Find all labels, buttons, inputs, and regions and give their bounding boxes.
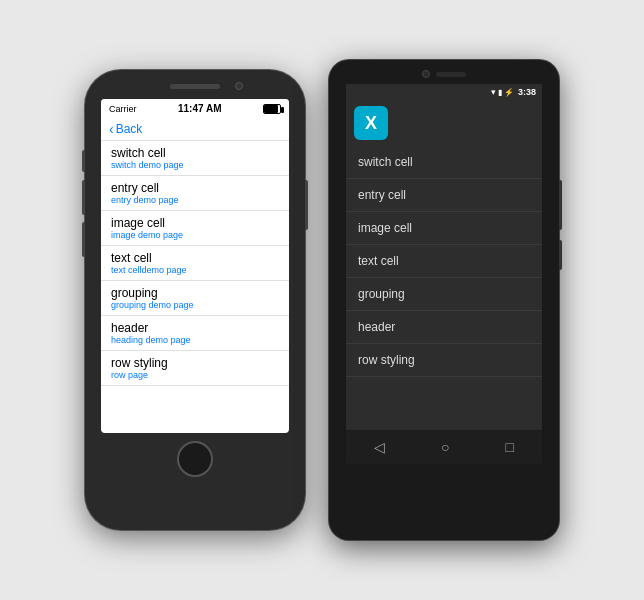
iphone-carrier: Carrier bbox=[109, 104, 137, 114]
iphone-back-button[interactable]: ‹ Back bbox=[109, 122, 142, 136]
item-title: grouping bbox=[358, 287, 530, 301]
iphone-screen: Carrier 11:47 AM ‹ Back switch cell swit… bbox=[101, 99, 289, 433]
iphone-battery-icon bbox=[263, 104, 281, 114]
list-item[interactable]: grouping bbox=[346, 278, 542, 311]
iphone-nav-bar: ‹ Back bbox=[101, 118, 289, 141]
item-title: header bbox=[358, 320, 530, 334]
android-speaker bbox=[436, 72, 466, 77]
android-screen: ▾ ▮ ⚡ 3:38 X switch cell entry cell bbox=[346, 84, 542, 464]
wifi-icon: ▾ bbox=[491, 87, 496, 97]
list-item[interactable]: text cell text celldemo page bbox=[101, 246, 289, 281]
item-title: header bbox=[111, 321, 279, 335]
android-home-button[interactable]: ○ bbox=[441, 439, 449, 455]
android-camera bbox=[422, 70, 430, 78]
item-title: switch cell bbox=[111, 146, 279, 160]
android-app-icon: X bbox=[354, 106, 388, 140]
iphone-mute-btn bbox=[82, 150, 85, 172]
android-nav-bar: ◁ ○ □ bbox=[346, 430, 542, 464]
iphone-status-bar: Carrier 11:47 AM bbox=[101, 99, 289, 118]
list-item[interactable]: switch cell switch demo page bbox=[101, 141, 289, 176]
item-title: switch cell bbox=[358, 155, 530, 169]
back-label: Back bbox=[116, 122, 143, 136]
list-item[interactable]: grouping grouping demo page bbox=[101, 281, 289, 316]
item-subtitle: text celldemo page bbox=[111, 265, 279, 275]
android-power-btn bbox=[559, 180, 562, 230]
item-title: grouping bbox=[111, 286, 279, 300]
devices-container: Carrier 11:47 AM ‹ Back switch cell swit… bbox=[65, 40, 579, 560]
android-recent-button[interactable]: □ bbox=[506, 439, 514, 455]
item-title: image cell bbox=[358, 221, 530, 235]
android-app-header: X bbox=[346, 100, 542, 146]
iphone-vol-down-btn bbox=[82, 222, 85, 257]
list-item[interactable]: entry cell bbox=[346, 179, 542, 212]
android-status-icons: ▾ ▮ ⚡ bbox=[491, 87, 514, 97]
signal-icon: ▮ bbox=[498, 88, 502, 97]
android-time: 3:38 bbox=[518, 87, 536, 97]
item-subtitle: image demo page bbox=[111, 230, 279, 240]
list-item[interactable]: switch cell bbox=[346, 146, 542, 179]
android-back-button[interactable]: ◁ bbox=[374, 439, 385, 455]
item-title: row styling bbox=[358, 353, 530, 367]
item-title: entry cell bbox=[111, 181, 279, 195]
item-title: entry cell bbox=[358, 188, 530, 202]
list-item[interactable]: image cell bbox=[346, 212, 542, 245]
charging-icon: ⚡ bbox=[504, 88, 514, 97]
item-subtitle: switch demo page bbox=[111, 160, 279, 170]
android-device: ▾ ▮ ⚡ 3:38 X switch cell entry cell bbox=[329, 60, 559, 540]
item-subtitle: heading demo page bbox=[111, 335, 279, 345]
android-vol-btn bbox=[559, 240, 562, 270]
iphone-list: switch cell switch demo page entry cell … bbox=[101, 141, 289, 433]
android-list: switch cell entry cell image cell text c… bbox=[346, 146, 542, 430]
item-title: image cell bbox=[111, 216, 279, 230]
list-item[interactable]: header heading demo page bbox=[101, 316, 289, 351]
iphone-power-btn bbox=[305, 180, 308, 230]
item-title: text cell bbox=[111, 251, 279, 265]
list-item[interactable]: entry cell entry demo page bbox=[101, 176, 289, 211]
item-subtitle: grouping demo page bbox=[111, 300, 279, 310]
item-title: row styling bbox=[111, 356, 279, 370]
iphone-time: 11:47 AM bbox=[178, 103, 222, 114]
android-status-bar: ▾ ▮ ⚡ 3:38 bbox=[346, 84, 542, 100]
item-subtitle: entry demo page bbox=[111, 195, 279, 205]
iphone-device: Carrier 11:47 AM ‹ Back switch cell swit… bbox=[85, 70, 305, 530]
list-item[interactable]: text cell bbox=[346, 245, 542, 278]
list-item[interactable]: row styling bbox=[346, 344, 542, 377]
iphone-home-button[interactable] bbox=[177, 441, 213, 477]
chevron-left-icon: ‹ bbox=[109, 122, 114, 136]
list-item[interactable]: row styling row page bbox=[101, 351, 289, 386]
item-subtitle: row page bbox=[111, 370, 279, 380]
list-item[interactable]: header bbox=[346, 311, 542, 344]
list-item[interactable]: image cell image demo page bbox=[101, 211, 289, 246]
item-title: text cell bbox=[358, 254, 530, 268]
iphone-vol-up-btn bbox=[82, 180, 85, 215]
app-icon-label: X bbox=[365, 113, 377, 134]
iphone-speaker bbox=[170, 84, 220, 89]
android-camera-area bbox=[329, 70, 559, 78]
iphone-camera bbox=[235, 82, 243, 90]
